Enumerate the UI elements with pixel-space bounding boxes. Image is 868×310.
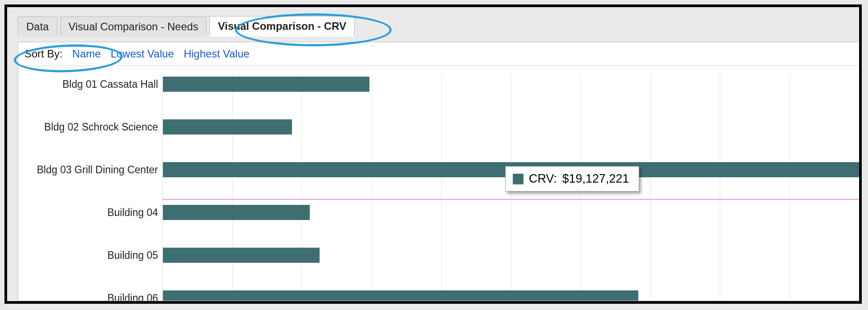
- tab-data[interactable]: Data: [18, 16, 57, 37]
- bar-label: Building 04: [24, 207, 162, 219]
- app-frame: Data Visual Comparison - Needs Visual Co…: [4, 4, 862, 304]
- bar-label: Building 05: [24, 249, 162, 261]
- sort-option-highest[interactable]: Highest Value: [184, 48, 250, 60]
- chart-row: Bldg 03 Grill Dining Center: [24, 159, 859, 180]
- sort-option-lowest[interactable]: Lowest Value: [110, 48, 174, 60]
- tooltip-series-label: CRV:: [529, 172, 557, 186]
- bar-track: [162, 287, 859, 301]
- chart-rows: Bldg 01 Cassata HallBldg 02 Schrock Scie…: [24, 73, 859, 301]
- tabs-bar: Data Visual Comparison - Needs Visual Co…: [7, 7, 859, 37]
- bar[interactable]: [163, 119, 292, 135]
- bar[interactable]: [163, 77, 369, 92]
- tab-content: Sort By: Name Lowest Value Highest Value…: [18, 42, 859, 301]
- bar[interactable]: [163, 248, 320, 263]
- chart-row: Building 05: [24, 245, 859, 266]
- tooltip-swatch-icon: [513, 174, 523, 184]
- bar-track: [162, 116, 859, 138]
- chart-row: Building 04: [24, 202, 859, 223]
- bar-label: Bldg 03 Grill Dining Center: [24, 164, 162, 176]
- bar[interactable]: [163, 290, 638, 301]
- sort-row: Sort By: Name Lowest Value Highest Value: [18, 42, 859, 66]
- chart-tooltip: CRV: $19,127,221: [505, 166, 639, 192]
- tab-visual-comparison-crv[interactable]: Visual Comparison - CRV: [209, 16, 355, 37]
- chart-row: Building 06: [24, 287, 859, 301]
- bar-label: Bldg 02 Schrock Science: [24, 121, 162, 133]
- bar-label: Bldg 01 Cassata Hall: [24, 78, 162, 90]
- bar[interactable]: [163, 205, 310, 220]
- tooltip-value: $19,127,221: [562, 172, 629, 186]
- chart-row: Bldg 02 Schrock Science: [24, 116, 859, 138]
- bar-label: Building 06: [24, 292, 162, 301]
- sort-option-name[interactable]: Name: [72, 48, 101, 60]
- tab-visual-comparison-needs[interactable]: Visual Comparison - Needs: [60, 16, 207, 37]
- chart-area: Bldg 01 Cassata HallBldg 02 Schrock Scie…: [24, 73, 859, 301]
- chart-row: Bldg 01 Cassata Hall: [24, 73, 859, 95]
- bar-track: [162, 245, 859, 266]
- bar-track: [162, 202, 859, 223]
- sort-by-label: Sort By:: [24, 48, 62, 60]
- bar-track: [162, 73, 859, 95]
